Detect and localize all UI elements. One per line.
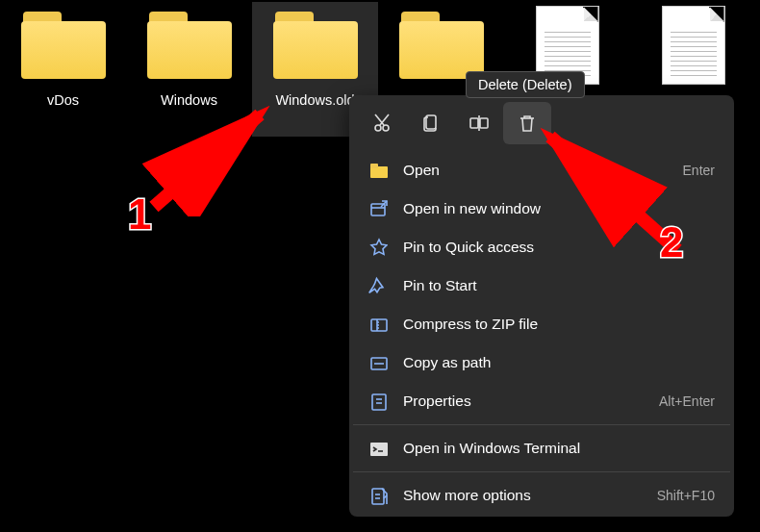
menu-item-pin-to-start[interactable]: Pin to Start bbox=[349, 266, 734, 305]
annotation-number-1: 1 bbox=[128, 190, 151, 239]
menu-item-label: Show more options bbox=[403, 487, 531, 504]
menu-separator bbox=[353, 471, 730, 472]
pin-star-icon bbox=[368, 238, 388, 257]
delete-icon bbox=[517, 113, 538, 134]
menu-item-label: Open in new window bbox=[403, 200, 541, 217]
menu-item-shortcut: Shift+F10 bbox=[657, 488, 715, 503]
folder-item[interactable]: vDos bbox=[0, 2, 126, 137]
folder-icon bbox=[147, 12, 232, 79]
annotation-number-2: 2 bbox=[660, 218, 683, 266]
menu-item-label: Compress to ZIP file bbox=[403, 316, 538, 333]
context-menu: OpenEnterOpen in new windowPin to Quick … bbox=[349, 95, 734, 517]
delete-tooltip: Delete (Delete) bbox=[466, 71, 585, 98]
menu-item-label: Pin to Start bbox=[403, 277, 477, 294]
rename-icon bbox=[469, 113, 490, 134]
properties-icon bbox=[368, 392, 388, 411]
menu-item-show-more-options[interactable]: Show more optionsShift+F10 bbox=[349, 476, 734, 515]
cut-icon bbox=[372, 113, 393, 134]
menu-item-label: Open in Windows Terminal bbox=[403, 440, 580, 457]
zip-icon bbox=[368, 315, 388, 334]
more-icon bbox=[368, 486, 388, 505]
menu-item-label: Open bbox=[403, 162, 440, 179]
folder-icon bbox=[21, 12, 106, 79]
context-toolbar bbox=[349, 95, 734, 151]
folder-icon bbox=[273, 12, 358, 79]
terminal-icon bbox=[368, 439, 388, 458]
folder-item[interactable]: Windows bbox=[126, 2, 252, 137]
menu-item-open[interactable]: OpenEnter bbox=[349, 151, 734, 190]
copy-path-icon bbox=[368, 353, 388, 372]
delete-button[interactable] bbox=[503, 102, 551, 144]
copy-icon bbox=[420, 113, 442, 134]
item-label: Windows.old bbox=[275, 92, 354, 108]
menu-item-properties[interactable]: PropertiesAlt+Enter bbox=[349, 382, 734, 420]
menu-item-label: Pin to Quick access bbox=[403, 239, 534, 256]
new-window-icon bbox=[368, 199, 388, 218]
rename-button[interactable] bbox=[455, 102, 503, 144]
menu-item-compress-to-zip-file[interactable]: Compress to ZIP file bbox=[349, 305, 734, 343]
menu-item-shortcut: Alt+Enter bbox=[659, 393, 715, 409]
menu-item-open-in-windows-terminal[interactable]: Open in Windows Terminal bbox=[349, 429, 734, 468]
menu-item-copy-as-path[interactable]: Copy as path bbox=[349, 343, 734, 382]
cut-button[interactable] bbox=[359, 102, 407, 144]
item-label: Windows bbox=[161, 92, 217, 108]
menu-item-shortcut: Enter bbox=[683, 163, 715, 178]
menu-item-label: Copy as path bbox=[403, 354, 491, 371]
pin-icon bbox=[368, 276, 388, 295]
copy-button[interactable] bbox=[407, 102, 455, 144]
menu-separator bbox=[353, 424, 730, 425]
open-icon bbox=[368, 161, 388, 180]
menu-item-label: Properties bbox=[403, 393, 471, 410]
folder-icon bbox=[399, 12, 484, 79]
text-file-icon bbox=[662, 6, 725, 85]
item-label: vDos bbox=[47, 92, 79, 108]
